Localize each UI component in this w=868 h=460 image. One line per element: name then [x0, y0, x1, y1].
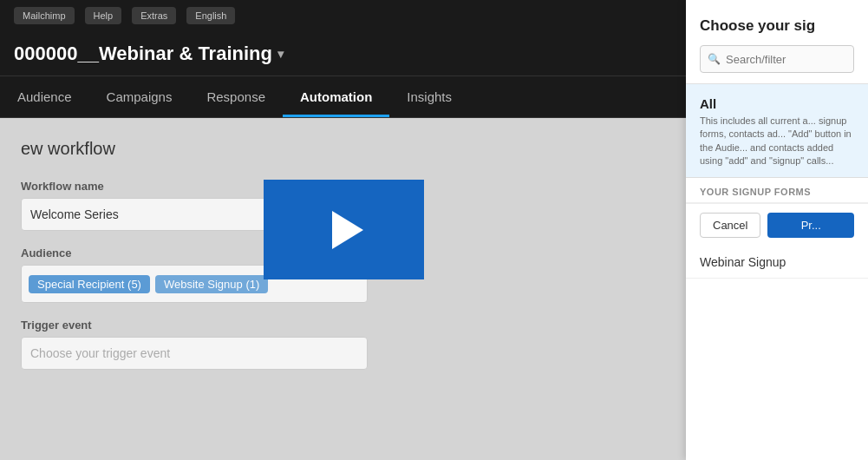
primary-button[interactable]: Pr...: [767, 213, 854, 238]
panel-body: All This includes all current a... signu…: [686, 84, 868, 460]
signup-forms-header: YOUR SIGNUP FORMS: [686, 178, 868, 203]
account-name[interactable]: 000000__Webinar & Training ▾: [14, 43, 284, 65]
all-section[interactable]: All This includes all current a... signu…: [686, 84, 868, 178]
account-name-text: 000000__Webinar & Training: [14, 43, 272, 65]
top-bar-left: Mailchimp Help Extras English: [14, 7, 235, 24]
account-dropdown-icon: ▾: [277, 47, 284, 61]
tab-campaigns[interactable]: Campaigns: [89, 76, 190, 117]
search-box[interactable]: 🔍: [700, 45, 854, 73]
tab-automation[interactable]: Automation: [283, 76, 389, 117]
webinar-signup-item[interactable]: Webinar Signup: [686, 246, 868, 279]
top-bar-pill-3[interactable]: English: [186, 7, 235, 24]
all-section-name: All: [700, 96, 854, 111]
trigger-input[interactable]: Choose your trigger event: [21, 337, 368, 370]
tab-response[interactable]: Response: [189, 76, 283, 117]
search-input[interactable]: [726, 53, 868, 66]
audience-tag-1[interactable]: Website Signup (1): [155, 275, 268, 293]
panel-title: Choose your sig: [700, 17, 854, 35]
cancel-button[interactable]: Cancel: [700, 213, 760, 238]
play-icon: [332, 211, 363, 249]
top-bar-pill-1[interactable]: Help: [85, 7, 122, 24]
trigger-placeholder: Choose your trigger event: [30, 346, 170, 360]
search-icon: 🔍: [708, 53, 721, 65]
trigger-group: Trigger event Choose your trigger event: [21, 319, 610, 370]
panel-actions: Cancel Pr...: [686, 203, 868, 246]
workflow-name-value: Welcome Series: [30, 207, 119, 221]
top-bar-pill-0[interactable]: Mailchimp: [14, 7, 75, 24]
top-bar-pill-2[interactable]: Extras: [132, 7, 176, 24]
panel-header: Choose your sig 🔍: [686, 0, 868, 84]
form-area: Workflow name Welcome Series Audience Sp…: [21, 180, 610, 370]
trigger-label: Trigger event: [21, 319, 610, 332]
video-overlay[interactable]: [264, 180, 424, 279]
tab-insights[interactable]: Insights: [389, 76, 469, 117]
audience-tag-0[interactable]: Special Recipient (5): [29, 275, 150, 293]
all-section-desc: This includes all current a... signup fo…: [700, 115, 854, 168]
right-panel: Choose your sig 🔍 All This includes all …: [686, 0, 868, 460]
tab-audience[interactable]: Audience: [0, 76, 89, 117]
